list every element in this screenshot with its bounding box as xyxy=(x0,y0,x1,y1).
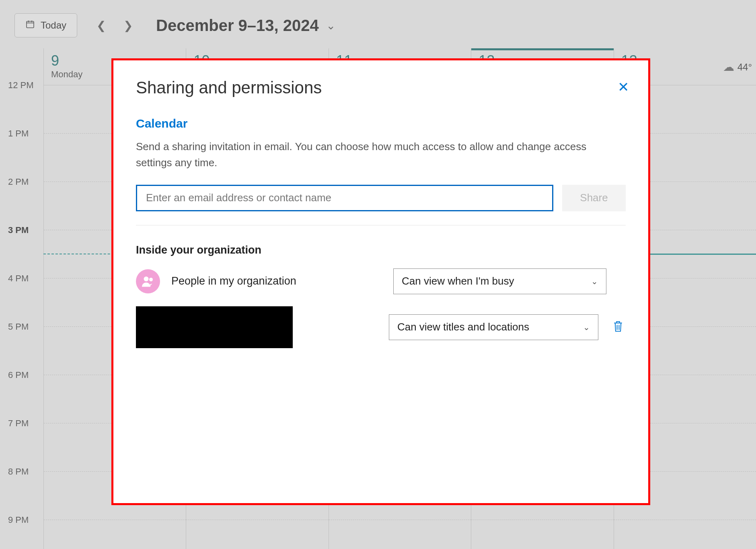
dialog-description: Send a sharing invitation in email. You … xyxy=(136,138,614,171)
permission-level-label: Can view when I'm busy xyxy=(402,275,514,287)
permission-level-select[interactable]: Can view titles and locations⌄ xyxy=(389,314,598,340)
share-input-row: Share xyxy=(136,185,626,211)
svg-rect-0 xyxy=(27,21,34,28)
time-label: 2 PM xyxy=(8,177,29,187)
time-label: 5 PM xyxy=(8,322,29,332)
permission-row: People in my organizationCan view when I… xyxy=(136,268,626,294)
next-week-button[interactable]: ❯ xyxy=(123,19,133,32)
permission-level-label: Can view titles and locations xyxy=(397,321,529,333)
calendar-toolbar: Today ❮ ❯ December 9–13, 2024 ⌄ xyxy=(14,11,748,39)
calendar-name-link[interactable]: Calendar xyxy=(136,117,626,130)
time-label: 4 PM xyxy=(8,273,29,284)
time-label: 9 PM xyxy=(8,515,29,525)
date-range-title[interactable]: December 9–13, 2024 ⌄ xyxy=(144,17,335,35)
permission-who: People in my organization xyxy=(136,269,381,293)
date-range-label: December 9–13, 2024 xyxy=(156,17,319,35)
time-label: 7 PM xyxy=(8,418,29,429)
time-label: 1 PM xyxy=(8,128,29,139)
permission-who-label: People in my organization xyxy=(171,275,296,287)
chevron-down-icon: ⌄ xyxy=(583,322,590,332)
weather-temp: 44° xyxy=(738,62,752,73)
time-axis: 12 PM1 PM2 PM3 PM4 PM5 PM6 PM7 PM8 PM9 P… xyxy=(0,48,43,549)
time-label: 8 PM xyxy=(8,466,29,477)
close-button[interactable]: ✕ xyxy=(615,76,631,97)
divider xyxy=(136,225,626,225)
time-label: 3 PM xyxy=(8,225,29,235)
share-email-input[interactable] xyxy=(136,185,553,211)
calendar-icon xyxy=(25,19,35,31)
svg-point-1 xyxy=(144,277,149,281)
svg-point-2 xyxy=(149,278,153,281)
sharing-permissions-dialog: Sharing and permissions ✕ Calendar Send … xyxy=(113,60,648,503)
time-label: 12 PM xyxy=(8,80,34,91)
close-icon: ✕ xyxy=(618,79,629,95)
people-icon xyxy=(136,269,160,293)
dialog-title: Sharing and permissions xyxy=(136,78,626,97)
cloud-icon: ☁ xyxy=(723,60,734,74)
permission-row: Can view titles and locations⌄ xyxy=(136,306,626,348)
time-label: 6 PM xyxy=(8,370,29,380)
permission-level-select[interactable]: Can view when I'm busy⌄ xyxy=(393,268,606,294)
share-button[interactable]: Share xyxy=(562,185,626,211)
redacted-user xyxy=(136,306,293,348)
chevron-down-icon: ⌄ xyxy=(591,277,598,286)
today-button[interactable]: Today xyxy=(14,13,77,37)
remove-permission-button[interactable] xyxy=(610,318,626,336)
permission-who xyxy=(136,306,377,348)
prev-week-button[interactable]: ❮ xyxy=(97,19,106,32)
org-section-heading: Inside your organization xyxy=(136,244,626,256)
chevron-down-icon: ⌄ xyxy=(326,19,335,32)
today-button-label: Today xyxy=(41,20,66,31)
date-nav: ❮ ❯ xyxy=(88,19,133,32)
weather-badge: ☁44° xyxy=(723,60,752,74)
